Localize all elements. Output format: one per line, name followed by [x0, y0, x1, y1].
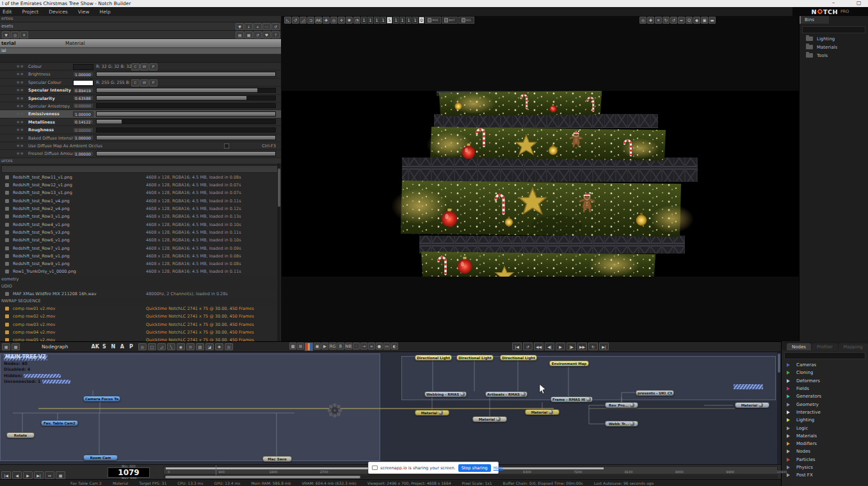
ng-left-0-icon[interactable]: ▦: [2, 343, 10, 350]
ng-tool-a[interactable]: A: [118, 343, 126, 351]
preset-1-icon[interactable]: ↓: [245, 23, 253, 30]
palette-category-materials[interactable]: Materials: [782, 432, 868, 440]
timeline-4-button[interactable]: ↔: [45, 471, 54, 479]
node-material[interactable]: Material: [472, 416, 507, 422]
transport-2-button[interactable]: ◀◀: [534, 343, 543, 350]
resource-row[interactable]: comp row04 v2.movQuicktime NotchLC 2741 …: [0, 328, 281, 336]
c-button[interactable]: C: [131, 79, 140, 86]
resource-row[interactable]: Redshift_test_Row6_v1.png4608 x 128, RGB…: [0, 236, 281, 244]
timeline-0-button[interactable]: |◀: [1, 471, 11, 479]
transport-8-button[interactable]: ▶|: [599, 343, 609, 350]
color-swatch[interactable]: [73, 64, 93, 70]
stop-sharing-button[interactable]: Stop sharing: [458, 464, 491, 472]
resource-row[interactable]: Row1_TrunkOnly_v1_0000.png4608 x 128, RG…: [0, 268, 281, 275]
resource-row[interactable]: Redshift_test_Row4_v1.png4608 x 128, RGB…: [0, 220, 281, 228]
ng-tool-icon-0[interactable]: ◎: [138, 343, 147, 350]
palette-tab-nodes[interactable]: Nodes: [787, 343, 811, 350]
expand-arrow-icon[interactable]: [787, 434, 790, 438]
axis-digit-2[interactable]: 1: [374, 17, 380, 24]
hide-link[interactable]: Hide: [494, 466, 503, 471]
ng-tool-icon-7[interactable]: ◪: [205, 343, 214, 350]
timeline-1-button[interactable]: ◀: [12, 471, 22, 479]
ng-tool-ak[interactable]: AK: [92, 343, 99, 351]
node-rotate[interactable]: Rotate: [6, 432, 35, 438]
transport-3-button[interactable]: ◀|: [545, 343, 554, 350]
node-environment-map[interactable]: Environment Map: [549, 360, 589, 366]
resource-row[interactable]: Redshift_test_Row5_v3.png4608 x 128, RGB…: [0, 229, 281, 236]
minimize-button[interactable]: –: [832, 0, 835, 6]
vp-right-9-icon[interactable]: ▬: [709, 17, 716, 24]
filter-right-2-icon[interactable]: ↺: [253, 31, 262, 38]
axis-digit-3[interactable]: 1: [380, 17, 386, 24]
preset-4-icon[interactable]: ↺: [271, 23, 280, 30]
palette-category-post-fx[interactable]: Post FX: [782, 471, 868, 479]
transport-4-button[interactable]: ▶: [556, 343, 565, 350]
resource-row[interactable]: Redshift_test_Row7_v1.png4608 x 128, RGB…: [0, 244, 281, 252]
strip-7-icon[interactable]: NB: [345, 343, 352, 350]
expand-arrow-icon[interactable]: [787, 418, 790, 422]
vp-tool-0-icon[interactable]: ◺: [284, 17, 291, 24]
vp-tool-6-icon[interactable]: ◎: [330, 17, 337, 24]
resource-row[interactable]: Redshift_test_Row9_v1.png4608 x 128, RGB…: [0, 260, 281, 268]
value-field[interactable]: 0.00000: [73, 103, 93, 108]
timeline-2-button[interactable]: ▶: [23, 471, 33, 479]
value-field[interactable]: 0.14122: [73, 119, 93, 124]
expand-arrow-icon[interactable]: [787, 410, 790, 414]
palette-category-cloning[interactable]: Cloning: [782, 369, 868, 377]
slider[interactable]: [96, 135, 276, 140]
timeline-3-button[interactable]: ▶|: [34, 471, 44, 479]
strip-1-icon[interactable]: ⊞: [297, 343, 304, 350]
lock-scl[interactable]: SCL: [458, 17, 474, 24]
resource-row[interactable]: Redshift_test_Row3_v1.png4608 x 128, RGB…: [0, 213, 281, 220]
palette-category-modifiers[interactable]: Modifiers: [782, 440, 868, 448]
palette-category-logic[interactable]: Logic: [782, 424, 868, 432]
menu-devices[interactable]: Devices: [49, 9, 68, 15]
vp-tool-8-icon[interactable]: ✱: [346, 17, 353, 24]
expand-arrow-icon[interactable]: [787, 394, 790, 398]
vp-right-1-icon[interactable]: ✚: [647, 17, 654, 24]
palette-tab-mapping[interactable]: Mapping: [839, 343, 868, 350]
ng-tool-icon-5[interactable]: ⊙: [186, 343, 195, 350]
strip-5-icon[interactable]: RG: [329, 343, 337, 350]
transport-1-button[interactable]: ↺: [523, 343, 533, 350]
color-swatch[interactable]: [73, 80, 93, 86]
preset-3-icon[interactable]: ⋯: [262, 23, 271, 30]
resource-row[interactable]: MAF XMas Wildfire MIX 211208 16h.wav4800…: [0, 290, 281, 298]
expand-arrow-icon[interactable]: [787, 442, 790, 446]
node-webbing-rmas[interactable]: Webbing - RMAS: [424, 391, 467, 397]
axis-digit-5[interactable]: 1: [393, 17, 399, 24]
material-name-field[interactable]: ial: [0, 48, 281, 54]
value-field[interactable]: 0.63588: [73, 95, 93, 101]
strip-12-icon[interactable]: ▭: [383, 343, 390, 350]
filter-right-1-icon[interactable]: ▦: [245, 31, 253, 38]
lock-pos[interactable]: POS: [425, 17, 441, 24]
palette-category-deformers[interactable]: Deformers: [782, 377, 868, 385]
axis-digit-7[interactable]: 1: [406, 17, 412, 24]
axis-digit-0[interactable]: 1: [361, 17, 367, 24]
vp-tool-3-icon[interactable]: ⊐: [307, 17, 314, 24]
expand-arrow-icon[interactable]: [787, 387, 790, 391]
transport-6-button[interactable]: ▶▶: [577, 343, 587, 350]
ng-tool-icon-1[interactable]: ▢: [148, 343, 156, 350]
resource-row[interactable]: Redshift_test_Row1_v4.png4608 x 128, RGB…: [0, 197, 281, 205]
render-area[interactable]: [282, 91, 799, 277]
node-rev-pro[interactable]: Rev_Pro...: [605, 402, 638, 408]
value-field[interactable]: 1.00000: [73, 151, 93, 156]
ng-tool-icon-8[interactable]: ✚: [215, 343, 223, 350]
slider[interactable]: [96, 151, 276, 156]
filter-right-4-icon[interactable]: ?: [271, 31, 280, 38]
vp-right-8-icon[interactable]: ▣: [701, 17, 708, 24]
resource-row[interactable]: Redshift_test_Row13_v1.png4608 x 128, RG…: [0, 189, 281, 197]
node-webb-tr[interactable]: Webb_Tr...: [605, 421, 638, 426]
vp-tool-9-icon[interactable]: ◔: [353, 17, 360, 24]
menu-view[interactable]: View: [78, 9, 90, 15]
node-directional-light[interactable]: Directional Light: [500, 355, 537, 360]
strip-13-icon[interactable]: ◐: [391, 343, 398, 350]
expand-arrow-icon[interactable]: [787, 466, 790, 469]
menu-project[interactable]: Project: [22, 9, 39, 15]
slider[interactable]: [96, 72, 276, 77]
vp-right-4-icon[interactable]: ↺: [670, 17, 677, 24]
bin-item-materials[interactable]: Materials: [800, 43, 868, 51]
resources-search-input[interactable]: [1, 165, 280, 173]
ng-tool-icon-2[interactable]: ◿: [157, 343, 166, 350]
